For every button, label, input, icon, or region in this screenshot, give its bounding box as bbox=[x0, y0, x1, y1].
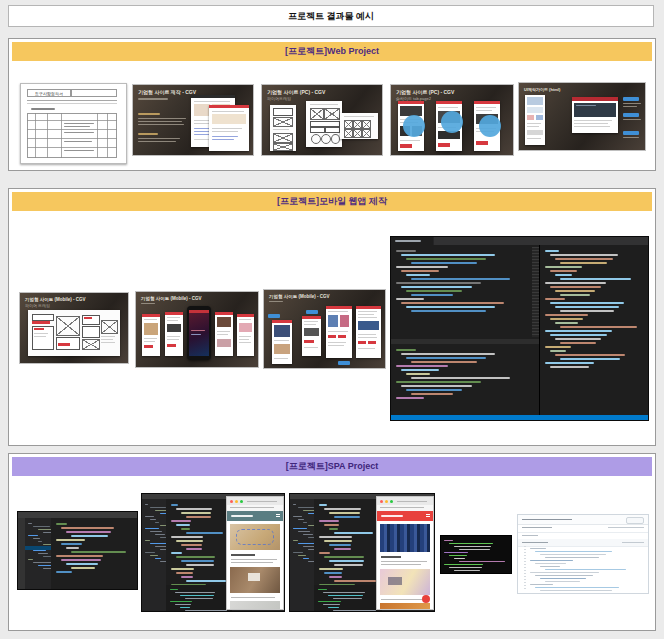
requirements-doc-thumbnail: 요구사항정의서 bbox=[20, 83, 127, 164]
mobile-wireframe-slide-thumbnail: 기업형 사이트 (Mobile) - CGV 와이어 프레임 bbox=[20, 293, 128, 363]
activity-bar bbox=[18, 518, 25, 589]
menu-icon bbox=[426, 514, 430, 518]
section-header-mobile-webapp: [프로젝트]모바일 웹앱 제작 bbox=[12, 192, 652, 211]
maximize-icon bbox=[240, 500, 243, 503]
callout-chip-2 bbox=[306, 310, 318, 314]
vscode-pane-html bbox=[391, 245, 539, 339]
doc-title: 요구사항정의서 bbox=[27, 89, 71, 97]
slide-subtitle: 와이어 프레임 bbox=[25, 303, 50, 308]
vscode-pane-js bbox=[391, 344, 539, 415]
wireframe-card-center bbox=[306, 101, 342, 147]
selected-file-row bbox=[25, 546, 51, 550]
slide-title: 기업형 사이트 제작 - CGV bbox=[138, 89, 196, 95]
mobile-screen-4 bbox=[237, 314, 254, 356]
vscode-pane-css bbox=[540, 245, 648, 415]
close-icon bbox=[380, 500, 383, 503]
vscode-statusbar bbox=[391, 415, 648, 420]
project-results-page: 프로젝트 결과물 예시 [프로젝트]Web Project 요구사항정의서 기업… bbox=[0, 0, 664, 639]
callout-circle-1 bbox=[403, 115, 425, 137]
label-chip-3 bbox=[623, 131, 639, 135]
callout-chip-4 bbox=[338, 361, 350, 365]
mobile-screen-1 bbox=[272, 320, 292, 364]
vscode-minimap bbox=[532, 247, 539, 337]
editor-code bbox=[314, 499, 376, 585]
vscode-screenshot bbox=[391, 237, 648, 420]
browser-screenshot bbox=[572, 97, 618, 133]
slide-subtitle: 와이어프레임 bbox=[267, 96, 291, 101]
terminal-screenshot bbox=[441, 536, 511, 573]
mobile-subpages-slide-thumbnail: 기업형 사이트 (Mobile) - CGV bbox=[264, 290, 385, 368]
wireframe-card-right bbox=[340, 113, 378, 139]
content-photo-3 bbox=[380, 603, 430, 609]
style-strip-screenshot bbox=[525, 95, 545, 145]
cgv-site-slide-thumbnail: 기업형 사이트 제작 - CGV bbox=[133, 85, 253, 155]
vscode-tab bbox=[391, 237, 434, 245]
section-header-web-project: [프로젝트]Web Project bbox=[12, 42, 652, 61]
content-photo-1 bbox=[380, 524, 430, 552]
slide-title: 기업형 사이트 (Mobile) - CGV bbox=[25, 297, 86, 302]
browser-preview bbox=[377, 497, 433, 609]
mobile-pages-slide-thumbnail: 기업형 사이트 (Mobile) - CGV bbox=[136, 292, 258, 367]
mobile-screen-3 bbox=[215, 312, 233, 356]
label-chip-1 bbox=[623, 97, 639, 101]
close-icon bbox=[230, 500, 233, 503]
callout-chip-1 bbox=[268, 314, 280, 318]
slide-title: 기업형 사이트 (Mobile) - CGV bbox=[269, 294, 330, 299]
mobile-screen-2 bbox=[302, 316, 321, 356]
section-header-spa-project: [프로젝트]SPA Project bbox=[12, 457, 652, 476]
editor-code bbox=[51, 518, 137, 589]
terminal-panel bbox=[314, 585, 382, 611]
content-photo-3 bbox=[230, 601, 280, 609]
spa-editor-preview-red-thumbnail bbox=[290, 494, 434, 611]
minimize-icon bbox=[385, 500, 388, 503]
floating-action-button bbox=[422, 595, 430, 603]
mobile-screen-3 bbox=[326, 306, 352, 358]
phone-frame bbox=[187, 306, 211, 360]
spa-editor-preview-teal-thumbnail bbox=[142, 494, 284, 611]
label-chip-2 bbox=[623, 113, 639, 117]
content-photo-2 bbox=[230, 567, 280, 593]
line-numbers bbox=[524, 546, 526, 591]
mobile-screen-2 bbox=[165, 312, 183, 356]
content-photo-1 bbox=[230, 524, 280, 550]
doc-title-meta-cell bbox=[71, 89, 117, 97]
ui-guide-slide-thumbnail: UI제작가이드 (html) bbox=[519, 83, 645, 150]
app-header-teal bbox=[227, 511, 283, 521]
slide-title: 기업형 사이트 (Mobile) - CGV bbox=[141, 296, 202, 301]
callout-circle-3 bbox=[479, 115, 501, 137]
slide-title: 기업형 사이트 (PC) - CGV bbox=[267, 89, 325, 95]
browser-preview bbox=[227, 497, 283, 609]
mobile-screen-4 bbox=[356, 306, 381, 358]
maximize-icon bbox=[390, 500, 393, 503]
spa-editor-thumbnail bbox=[18, 512, 137, 589]
slide-title: UI제작가이드 (html) bbox=[524, 87, 560, 92]
doc-subheading bbox=[31, 108, 55, 110]
terminal-panel bbox=[166, 585, 232, 611]
code-review-page-thumbnail bbox=[517, 514, 649, 594]
content-photo-2 bbox=[380, 569, 430, 595]
vscode-tabbar bbox=[391, 237, 648, 245]
app-header-red bbox=[377, 511, 433, 521]
slide-title: 기업형 사이트 (PC) - CGV bbox=[396, 89, 454, 95]
minimize-icon bbox=[235, 500, 238, 503]
pc-wireframe-slide-thumbnail: 기업형 사이트 (PC) - CGV 와이어프레임 bbox=[262, 85, 382, 155]
wireframe-card-left bbox=[270, 105, 296, 151]
wireframe-paper bbox=[28, 310, 120, 356]
menu-icon bbox=[276, 514, 280, 518]
code-content bbox=[530, 546, 645, 593]
pc-pages-slide-thumbnail: 기업형 사이트 (PC) - CGV 슬라이드 tab.page2 bbox=[391, 85, 513, 155]
page-button bbox=[626, 517, 644, 524]
editor-code bbox=[166, 499, 226, 585]
webpage-screenshot-overlap bbox=[209, 105, 249, 151]
mobile-screen-1 bbox=[142, 314, 160, 356]
page-title: 프로젝트 결과물 예시 bbox=[8, 5, 654, 27]
callout-circle-2 bbox=[441, 111, 463, 133]
